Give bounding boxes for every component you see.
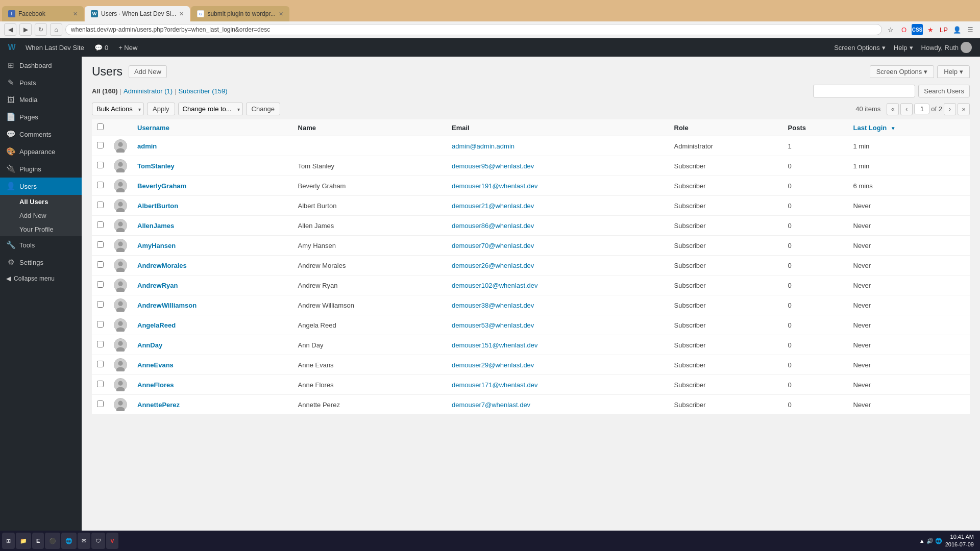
row-checkbox[interactable]: [97, 341, 104, 347]
sidebar-item-media[interactable]: 🖼 Media: [0, 91, 82, 108]
select-all-checkbox[interactable]: [97, 123, 104, 130]
star-icon[interactable]: ☆: [885, 24, 896, 35]
forward-button[interactable]: ▶: [19, 23, 32, 36]
row-checkbox[interactable]: [97, 202, 104, 208]
row-checkbox[interactable]: [97, 400, 104, 407]
thunderbird-app[interactable]: ✉: [78, 533, 90, 549]
obs-app[interactable]: ⚫: [45, 533, 60, 549]
menu-icon[interactable]: ☰: [965, 24, 976, 35]
next-page-button[interactable]: ›: [944, 103, 956, 115]
vpn-app[interactable]: 🛡: [91, 533, 105, 549]
help-button[interactable]: Help ▾: [937, 65, 970, 78]
email-link[interactable]: demouser102@whenlast.dev: [452, 282, 538, 289]
username-link[interactable]: AndrewMorales: [137, 262, 187, 269]
username-link[interactable]: AndrewWilliamson: [137, 302, 197, 309]
username-link[interactable]: admin: [137, 142, 157, 150]
filter-administrator[interactable]: Administrator (1): [124, 87, 173, 95]
username-link[interactable]: TomStanley: [137, 162, 175, 170]
email-link[interactable]: demouser86@whenlast.dev: [452, 222, 534, 230]
change-button[interactable]: Change: [246, 103, 281, 115]
row-checkbox[interactable]: [97, 301, 104, 308]
close-icon[interactable]: ✕: [279, 11, 283, 17]
username-link[interactable]: AnneFlores: [137, 381, 174, 389]
vivaldi-app[interactable]: V: [106, 533, 118, 549]
change-role-select[interactable]: Change role to...: [178, 103, 243, 115]
search-users-input[interactable]: [813, 85, 915, 97]
back-button[interactable]: ◀: [4, 23, 16, 36]
last-page-button[interactable]: »: [958, 103, 970, 115]
prev-page-button[interactable]: ‹: [900, 103, 913, 115]
search-users-button[interactable]: Search Users: [918, 85, 970, 97]
row-checkbox[interactable]: [97, 162, 104, 168]
email-link[interactable]: demouser151@whenlast.dev: [452, 341, 538, 349]
user-icon[interactable]: 👤: [951, 24, 963, 35]
bulk-actions-select[interactable]: Bulk Actions: [92, 103, 144, 115]
new-content-item[interactable]: + New: [114, 38, 141, 57]
folder-app[interactable]: 📁: [16, 533, 31, 549]
row-checkbox[interactable]: [97, 281, 104, 288]
first-page-button[interactable]: «: [887, 103, 899, 115]
screen-options-btn[interactable]: Screen Options ▾: [830, 38, 890, 57]
row-checkbox[interactable]: [97, 321, 104, 328]
email-link[interactable]: demouser95@whenlast.dev: [452, 162, 534, 170]
row-checkbox[interactable]: [97, 361, 104, 367]
email-link[interactable]: demouser53@whenlast.dev: [452, 321, 534, 329]
row-checkbox[interactable]: [97, 142, 104, 148]
username-link[interactable]: AnnDay: [137, 341, 162, 349]
screen-options-button[interactable]: Screen Options ▾: [870, 65, 935, 78]
sidebar-item-add-new[interactable]: Add New: [0, 209, 82, 222]
email-link[interactable]: demouser21@whenlast.dev: [452, 202, 534, 210]
sidebar-item-comments[interactable]: 💬 Comments: [0, 126, 82, 143]
sidebar-item-plugins[interactable]: 🔌 Plugins: [0, 160, 82, 178]
refresh-button[interactable]: ↻: [35, 23, 47, 36]
username-link[interactable]: BeverlyGraham: [137, 182, 186, 190]
lastpass-icon[interactable]: LP: [938, 24, 949, 35]
filter-subscriber[interactable]: Subscriber (159): [178, 87, 227, 95]
css-icon[interactable]: CSS: [912, 24, 923, 35]
page-number-input[interactable]: [914, 104, 929, 114]
sidebar-item-settings[interactable]: ⚙ Settings: [0, 254, 82, 271]
sidebar-item-pages[interactable]: 📄 Pages: [0, 108, 82, 126]
filter-all[interactable]: All (160): [92, 87, 118, 95]
username-link[interactable]: AmyHansen: [137, 242, 176, 249]
row-checkbox[interactable]: [97, 261, 104, 268]
row-checkbox[interactable]: [97, 381, 104, 387]
collapse-menu-btn[interactable]: ◀ Collapse menu: [0, 271, 82, 286]
row-checkbox[interactable]: [97, 182, 104, 188]
chrome-app[interactable]: 🌐: [61, 533, 77, 549]
username-link[interactable]: AllenJames: [137, 222, 174, 230]
email-link[interactable]: demouser26@whenlast.dev: [452, 262, 534, 269]
user-greeting[interactable]: Howdy, Ruth: [917, 38, 976, 57]
username-link[interactable]: AnneEvans: [137, 361, 174, 369]
email-link[interactable]: demouser38@whenlast.dev: [452, 302, 534, 309]
email-link[interactable]: demouser29@whenlast.dev: [452, 361, 534, 369]
tab-users[interactable]: W Users · When Last Dev Si... ✕: [85, 6, 190, 21]
username-link[interactable]: AndrewRyan: [137, 282, 178, 289]
sidebar-item-appearance[interactable]: 🎨 Appearance: [0, 143, 82, 160]
close-icon[interactable]: ✕: [179, 11, 184, 17]
tab-facebook[interactable]: f Facebook ✕: [2, 6, 84, 21]
close-icon[interactable]: ✕: [73, 11, 78, 17]
home-button[interactable]: ⌂: [50, 23, 62, 36]
sidebar-item-all-users[interactable]: All Users: [0, 195, 82, 209]
comments-item[interactable]: 💬 0: [90, 38, 112, 57]
wp-logo[interactable]: W: [4, 38, 19, 57]
sidebar-item-your-profile[interactable]: Your Profile: [0, 222, 82, 236]
sidebar-item-tools[interactable]: 🔧 Tools: [0, 236, 82, 254]
start-button[interactable]: ⊞: [2, 533, 15, 549]
help-btn[interactable]: Help ▾: [890, 38, 917, 57]
email-link[interactable]: demouser70@whenlast.dev: [452, 242, 534, 249]
epic-app[interactable]: E: [32, 533, 44, 549]
username-link[interactable]: AngelaReed: [137, 321, 176, 329]
row-checkbox[interactable]: [97, 241, 104, 248]
sidebar-item-dashboard[interactable]: ⊞ Dashboard: [0, 57, 82, 74]
sidebar-item-posts[interactable]: ✎ Posts: [0, 74, 82, 91]
ext-icon[interactable]: ★: [925, 24, 936, 35]
email-link[interactable]: demouser171@whenlast.dev: [452, 381, 538, 389]
add-new-button[interactable]: Add New: [129, 65, 167, 78]
apply-button[interactable]: Apply: [147, 103, 175, 115]
sidebar-item-users[interactable]: 👤 Users: [0, 178, 82, 195]
username-sort-link[interactable]: Username: [137, 124, 169, 132]
username-link[interactable]: AlbertBurton: [137, 202, 178, 210]
email-link[interactable]: demouser7@whenlast.dev: [452, 401, 530, 409]
